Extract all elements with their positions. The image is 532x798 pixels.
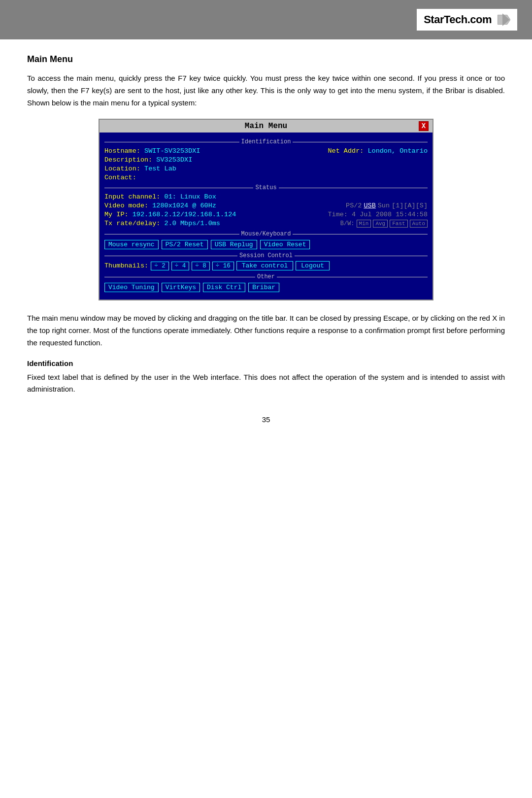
intro-paragraph: To access the main menu, quickly press t… [27,72,505,109]
div16-button[interactable]: ÷ 16 [212,262,234,270]
usb-label: USB [364,202,375,209]
other-buttons: Video Tuning VirtKeys Disk Ctrl Bribar [104,283,428,292]
brackets-label: [1][A][S] [392,202,428,209]
mouse-resync-button[interactable]: Mouse resync [104,240,159,249]
input-channel-row: Input channel: 01: Linux Box [104,193,428,200]
video-mode-row: Video mode: 1280x1024 @ 60Hz PS/2 USB Su… [104,202,428,209]
thumbnails-label: Thumbnails: [104,262,148,269]
input-channel-value: 01: [165,193,176,200]
input-channel-label: Input channel: [104,193,160,200]
bw-avg-button[interactable]: Avg [373,220,388,228]
page-content: Main Menu To access the main menu, quick… [0,39,532,438]
hostname-row: Hostname: SWIT-SV3253DXI Net Addr: Londo… [104,147,428,155]
hostname-label: Hostname: [104,147,140,155]
other-divider: Other [104,273,428,280]
bw-fast-button[interactable]: Fast [390,220,407,228]
txrate-value: 2.0 Mbps/1.0ms [165,220,220,227]
identification-subtitle: Identification [27,359,505,367]
netaddr-value: London, Ontario [367,147,428,155]
ps2-usb-row: PS/2 USB Sun [1][A][S] [346,202,428,209]
thumbnails-row: Thumbnails: ÷ 2 ÷ 4 ÷ 8 ÷ 16 Take contro… [104,261,428,270]
menu-close-button[interactable]: X [419,121,429,131]
txrate-label: Tx rate/delay: [104,220,160,227]
location-value: Test Lab [144,165,176,172]
identification-paragraph: Fixed text label that is defined by the … [27,371,505,396]
video-tuning-button[interactable]: Video Tuning [104,283,159,292]
mouse-keyboard-buttons: Mouse resync PS/2 Reset USB Replug Video… [104,240,428,249]
menu-title-bar: Main Menu X [100,120,432,133]
page-title: Main Menu [27,54,505,65]
description-row: Description: SV3253DXI [104,156,428,164]
menu-window-wrapper: Main Menu X Identification Hostname: SWI… [27,119,505,300]
after-paragraph: The main menu window may be moved by cli… [27,312,505,349]
bw-row: B/W: Min Avg Fast Auto [340,220,428,228]
menu-title-text: Main Menu [113,122,419,131]
logo-text: StarTech.com [424,13,492,26]
menu-body: Identification Hostname: SWIT-SV3253DXI … [100,133,432,299]
txrate-bw-row: Tx rate/delay: 2.0 Mbps/1.0ms B/W: Min A… [104,220,428,228]
video-reset-button[interactable]: Video Reset [260,240,310,249]
description-value: SV3253DXI [156,156,192,164]
ps2-label: PS/2 [346,202,362,209]
time-label: Time: [328,211,348,218]
contact-row: Contact: [104,174,428,181]
usb-replug-button[interactable]: USB Replug [211,240,257,249]
take-control-button[interactable]: Take control [236,261,294,270]
video-mode-value: 1280x1024 @ 60Hz [152,202,216,209]
virtkeys-button[interactable]: VirtKeys [162,283,200,292]
menu-window: Main Menu X Identification Hostname: SWI… [99,119,433,300]
video-mode-label: Video mode: [104,202,148,209]
time-value: 4 Jul 2008 15:44:58 [352,211,428,218]
myip-label: My IP: [104,211,129,218]
sun-label: Sun [378,202,390,209]
logo-box: StarTech.com [417,9,517,31]
identification-divider: Identification [104,138,428,145]
header-bar: StarTech.com [0,0,532,39]
status-divider: Status [104,184,428,191]
contact-label: Contact: [104,174,136,181]
ps2-reset-button[interactable]: PS/2 Reset [162,240,208,249]
div4-button[interactable]: ÷ 4 [171,262,190,270]
div2-button[interactable]: ÷ 2 [151,262,169,270]
bw-min-button[interactable]: Min [357,220,371,228]
logout-button[interactable]: Logout [296,261,330,270]
location-row: Location: Test Lab [104,165,428,172]
bw-label: B/W: [340,220,355,227]
hostname-value: SWIT-SV3253DXI [144,147,200,155]
bribar-button[interactable]: Bribar [248,283,279,292]
page-number: 35 [27,415,505,424]
netaddr-label: Net Addr: [328,147,364,155]
disk-ctrl-button[interactable]: Disk Ctrl [203,283,245,292]
input-channel-name: Linux Box [180,193,216,200]
logo-icon [495,12,510,28]
bw-auto-button[interactable]: Auto [410,220,428,228]
div8-button[interactable]: ÷ 8 [192,262,210,270]
ip-time-row: My IP: 192.168.2.12/192.168.1.124 Time: … [104,211,428,218]
location-label: Location: [104,165,140,172]
session-control-divider: Session Control [104,252,428,259]
myip-value: 192.168.2.12/192.168.1.124 [133,211,236,218]
description-label: Description: [104,156,152,164]
mouse-keyboard-divider: Mouse/Keyboard [104,231,428,237]
